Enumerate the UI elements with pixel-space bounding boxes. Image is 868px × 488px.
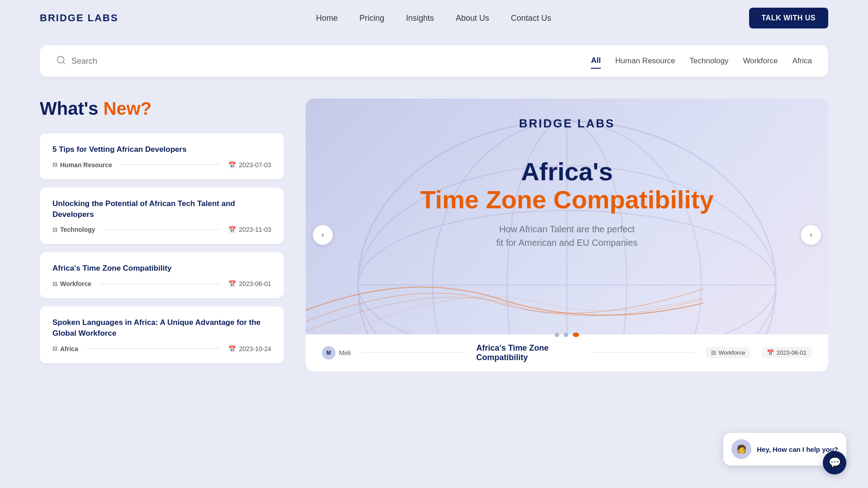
slide-dot-3[interactable] — [573, 333, 579, 337]
tag-icon: ⊟ — [52, 161, 57, 168]
slide-tag-badge: ⊟ Workforce — [706, 347, 750, 358]
filter-all[interactable]: All — [591, 53, 601, 69]
whats-new-heading: What's New? — [40, 99, 284, 119]
author-avatar: M — [322, 346, 335, 360]
slide-date-badge: 📅 2023-06-01 — [761, 347, 812, 358]
article-title: Unlocking the Potential of African Tech … — [52, 198, 271, 220]
search-input[interactable] — [71, 56, 252, 66]
meta-divider — [99, 284, 220, 284]
chat-avatar: 🧑 — [731, 439, 751, 459]
article-date: 📅 2023-06-01 — [228, 280, 271, 287]
calendar-badge-icon: 📅 — [767, 349, 774, 356]
nav-links: Home Pricing Insights About Us Contact U… — [316, 14, 551, 23]
nav-about[interactable]: About Us — [456, 14, 489, 23]
svg-line-1 — [63, 62, 65, 64]
article-date: 📅 2023-10-24 — [228, 345, 271, 352]
search-left — [56, 55, 591, 67]
chat-icon: 💬 — [829, 457, 841, 469]
article-meta: ⊟ Human Resource 📅 2023-07-03 — [52, 161, 271, 169]
tag-badge-icon: ⊟ — [711, 349, 716, 356]
slide-date-label: 2023-06-01 — [776, 349, 807, 356]
article-date: 📅 2023-11-03 — [228, 226, 271, 233]
article-meta: ⊟ Technology 📅 2023-11-03 — [52, 226, 271, 233]
search-bar-wrapper: All Human Resource Technology Workforce … — [40, 45, 828, 77]
brand-logo: BRIDGE LABS — [40, 12, 118, 24]
article-title: Africa's Time Zone Compatibility — [52, 263, 271, 274]
slide-prev-button[interactable]: ‹ — [313, 225, 333, 245]
slide-dot-2[interactable] — [564, 333, 568, 337]
slide-bottom-title: Africa's Time Zone Compatibility — [476, 343, 580, 362]
slide-brand-logo: BRIDGE LABS — [519, 117, 615, 131]
slide-dots — [555, 333, 579, 337]
meta-divider — [120, 164, 220, 165]
article-tag: ⊟ Technology — [52, 226, 95, 233]
tag-icon: ⊟ — [52, 281, 57, 287]
main-content: What's New? 5 Tips for Vetting African D… — [0, 77, 868, 371]
search-icon — [56, 55, 66, 67]
article-title: 5 Tips for Vetting African Developers — [52, 144, 271, 155]
slide-dot-1[interactable] — [555, 333, 559, 337]
bottom-divider — [362, 352, 466, 353]
slide-panel: BRIDGE LABS Africa's Time Zone Compatibi… — [306, 99, 828, 371]
arc-decoration — [306, 263, 703, 335]
tag-icon: ⊟ — [52, 345, 57, 352]
nav-pricing[interactable]: Pricing — [359, 14, 384, 23]
article-meta: ⊟ Africa 📅 2023-10-24 — [52, 345, 271, 352]
slide-bottom-card: M Meli Africa's Time Zone Compatibility … — [306, 334, 828, 371]
filter-africa[interactable]: Africa — [793, 54, 812, 68]
left-column: What's New? 5 Tips for Vetting African D… — [40, 99, 284, 371]
calendar-icon: 📅 — [228, 280, 236, 287]
slide-title-line1: Africa's — [420, 158, 713, 186]
chat-open-button[interactable]: 💬 — [823, 451, 846, 474]
talk-with-us-button[interactable]: TALK WITH US — [749, 8, 828, 28]
meta-divider — [104, 230, 221, 230]
nav-contact[interactable]: Contact Us — [511, 14, 551, 23]
slide-next-button[interactable]: › — [801, 225, 821, 245]
chat-message: Hey, How can I help you? — [757, 446, 838, 453]
article-tag: ⊟ Africa — [52, 345, 78, 352]
nav-home[interactable]: Home — [316, 14, 338, 23]
nav-insights[interactable]: Insights — [406, 14, 434, 23]
calendar-icon: 📅 — [228, 161, 236, 169]
bottom-divider2 — [591, 352, 695, 353]
slide-author-meta: M Meli — [322, 346, 351, 360]
slide-subtitle: How African Talent are the perfectfit fo… — [496, 222, 637, 249]
slide-title: Africa's Time Zone Compatibility — [420, 158, 713, 213]
article-tag: ⊟ Workforce — [52, 280, 91, 287]
slide-tag-label: Workforce — [718, 349, 745, 356]
article-tag: ⊟ Human Resource — [52, 161, 112, 169]
calendar-icon: 📅 — [228, 345, 236, 352]
calendar-icon: 📅 — [228, 226, 236, 233]
article-meta: ⊟ Workforce 📅 2023-06-01 — [52, 280, 271, 287]
meta-divider — [86, 348, 221, 349]
author-name: Meli — [339, 349, 351, 357]
navbar: BRIDGE LABS Home Pricing Insights About … — [0, 0, 868, 36]
article-title: Spoken Languages in Africa: A Unique Adv… — [52, 317, 271, 339]
filter-workforce[interactable]: Workforce — [743, 54, 778, 68]
article-card[interactable]: 5 Tips for Vetting African Developers ⊟ … — [40, 133, 284, 179]
article-card[interactable]: Unlocking the Potential of African Tech … — [40, 188, 284, 244]
filter-tabs: All Human Resource Technology Workforce … — [591, 53, 812, 69]
filter-technology[interactable]: Technology — [689, 54, 728, 68]
slide-title-line2: Time Zone Compatibility — [420, 186, 713, 214]
filter-hr[interactable]: Human Resource — [615, 54, 675, 68]
article-date: 📅 2023-07-03 — [228, 161, 271, 169]
article-card[interactable]: Africa's Time Zone Compatibility ⊟ Workf… — [40, 252, 284, 298]
article-card[interactable]: Spoken Languages in Africa: A Unique Adv… — [40, 306, 284, 363]
tag-icon: ⊟ — [52, 226, 57, 233]
